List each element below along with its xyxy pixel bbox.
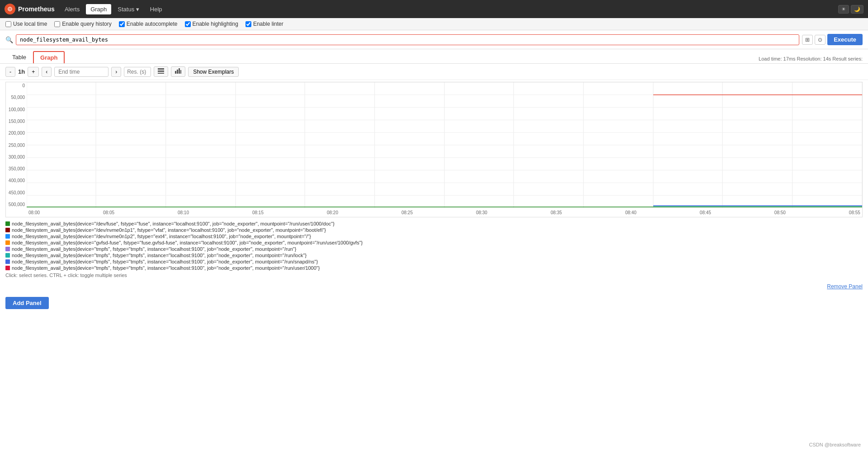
- enable-autocomplete-label[interactable]: Enable autocomplete: [119, 21, 178, 27]
- x-label-0800: 08:00: [28, 210, 40, 215]
- stacked-icon: [158, 68, 164, 74]
- use-local-time-label[interactable]: Use local time: [5, 21, 47, 27]
- use-local-time-checkbox[interactable]: [5, 21, 11, 27]
- query-bar: 🔍 ⊞ ⊙ Execute: [0, 30, 868, 49]
- svg-rect-4: [158, 70, 164, 72]
- y-label-300k: 300,000: [6, 155, 25, 160]
- remove-panel-button[interactable]: Remove Panel: [827, 283, 863, 290]
- bar-chart-btn[interactable]: [171, 66, 185, 77]
- svg-rect-7: [177, 70, 178, 74]
- navbar: Prometheus Alerts Graph Status Help ☀ 🌙: [0, 0, 868, 18]
- x-label-0820: 08:20: [327, 210, 338, 215]
- legend-color-0: [5, 221, 10, 226]
- x-label-0830: 08:30: [476, 210, 487, 215]
- legend-item-1[interactable]: node_filesystem_avail_bytes{device="/dev…: [5, 227, 863, 233]
- legend-color-7: [5, 266, 10, 270]
- legend-item-3[interactable]: node_filesystem_avail_bytes{device="gvfs…: [5, 240, 863, 245]
- duration-plus-btn[interactable]: +: [28, 67, 39, 77]
- add-panel-area: Add Panel: [0, 291, 868, 315]
- theme-light-btn[interactable]: ☀: [838, 5, 849, 14]
- legend-area: node_filesystem_avail_bytes{device="/dev…: [0, 217, 868, 282]
- svg-rect-3: [158, 68, 164, 70]
- x-label-0850: 08:50: [774, 210, 786, 215]
- legend-item-4[interactable]: node_filesystem_avail_bytes{device="tmpf…: [5, 246, 863, 252]
- x-label-0805: 08:05: [103, 210, 114, 215]
- query-format-btn[interactable]: ⊞: [802, 35, 813, 45]
- execute-button[interactable]: Execute: [827, 34, 863, 45]
- legend-color-1: [5, 228, 10, 232]
- query-input[interactable]: [16, 34, 799, 45]
- query-metrics-btn[interactable]: ⊙: [815, 35, 826, 45]
- svg-point-2: [9, 9, 11, 10]
- end-time-input[interactable]: [54, 67, 108, 77]
- app-logo: Prometheus: [5, 4, 55, 14]
- y-label-350k: 350,000: [6, 166, 25, 171]
- enable-autocomplete-checkbox[interactable]: [119, 21, 125, 27]
- legend-item-5[interactable]: node_filesystem_avail_bytes{device="tmpf…: [5, 253, 863, 258]
- enable-linter-checkbox[interactable]: [245, 21, 251, 27]
- legend-color-5: [5, 253, 10, 258]
- y-label-50k: 50,000: [6, 95, 25, 100]
- y-label-200k: 200,000: [6, 131, 25, 136]
- nav-alerts[interactable]: Alerts: [60, 4, 84, 14]
- duration-minus-btn[interactable]: -: [5, 67, 15, 77]
- enable-highlighting-label[interactable]: Enable highlighting: [185, 21, 238, 27]
- legend-item-2[interactable]: node_filesystem_avail_bytes{device="/dev…: [5, 234, 863, 239]
- query-right-controls: ⊞ ⊙ Execute: [802, 34, 863, 45]
- add-panel-button[interactable]: Add Panel: [5, 297, 49, 309]
- legend-hint: Click: select series. CTRL + click: togg…: [5, 272, 863, 278]
- y-label-0: 0: [6, 83, 25, 88]
- logo-icon: [5, 4, 15, 14]
- y-label-400k: 400,000: [6, 178, 25, 183]
- search-icon: 🔍: [5, 36, 13, 43]
- x-axis: 08:00 08:05 08:10 08:15 08:20 08:25 08:3…: [27, 208, 862, 217]
- toolbar: Use local time Enable query history Enab…: [0, 18, 868, 30]
- enable-query-history-label[interactable]: Enable query history: [54, 21, 111, 27]
- enable-highlighting-checkbox[interactable]: [185, 21, 191, 27]
- nav-help[interactable]: Help: [146, 4, 167, 14]
- time-next-btn[interactable]: ›: [111, 67, 121, 77]
- nav-right-icons: ☀ 🌙: [838, 5, 863, 14]
- chart-svg: [27, 82, 862, 208]
- x-label-0835: 08:35: [551, 210, 562, 215]
- y-label-500k: 500,000: [6, 202, 25, 207]
- chart-container: 500,000 450,000 400,000 350,000 300,000 …: [0, 80, 868, 217]
- svg-rect-9: [180, 70, 181, 74]
- x-label-0855: 08:55: [849, 210, 860, 215]
- legend-color-6: [5, 259, 10, 264]
- svg-rect-6: [175, 71, 176, 74]
- nav-graph[interactable]: Graph: [86, 4, 111, 14]
- bar-chart-icon: [175, 68, 181, 74]
- y-axis: 500,000 450,000 400,000 350,000 300,000 …: [6, 82, 27, 208]
- legend-color-4: [5, 247, 10, 251]
- legend-item-6[interactable]: node_filesystem_avail_bytes{device="tmpf…: [5, 259, 863, 264]
- show-exemplars-btn[interactable]: Show Exemplars: [188, 67, 239, 77]
- enable-query-history-checkbox[interactable]: [54, 21, 60, 27]
- x-label-0810: 08:10: [178, 210, 189, 215]
- legend-color-3: [5, 240, 10, 245]
- tab-table[interactable]: Table: [5, 51, 33, 63]
- panel-controls: Remove Panel: [0, 282, 868, 291]
- y-label-150k: 150,000: [6, 119, 25, 124]
- x-label-0840: 08:40: [625, 210, 637, 215]
- legend-item-0[interactable]: node_filesystem_avail_bytes{device="/dev…: [5, 221, 863, 226]
- time-prev-btn[interactable]: ‹: [42, 67, 52, 77]
- tab-bar: Table Graph Load time: 17ms Resolution: …: [0, 49, 868, 64]
- y-label-450k: 450,000: [6, 190, 25, 195]
- svg-rect-8: [179, 68, 180, 74]
- chart-area: 500,000 450,000 400,000 350,000 300,000 …: [5, 82, 863, 217]
- graph-controls: - 1h + ‹ › Show Exemplars: [0, 64, 868, 80]
- legend-item-7[interactable]: node_filesystem_avail_bytes{device="tmpf…: [5, 265, 863, 271]
- app-title: Prometheus: [18, 5, 55, 13]
- x-label-0815: 08:15: [252, 210, 264, 215]
- resolution-input[interactable]: [124, 67, 151, 77]
- svg-rect-5: [158, 73, 164, 74]
- chart-plot-area: [27, 82, 862, 208]
- legend-color-2: [5, 234, 10, 239]
- stacked-btn[interactable]: [154, 66, 168, 77]
- theme-dark-btn[interactable]: 🌙: [851, 5, 863, 14]
- tab-graph[interactable]: Graph: [33, 51, 65, 63]
- y-label-100k: 100,000: [6, 107, 25, 112]
- enable-linter-label[interactable]: Enable linter: [245, 21, 283, 27]
- nav-status[interactable]: Status: [113, 4, 143, 14]
